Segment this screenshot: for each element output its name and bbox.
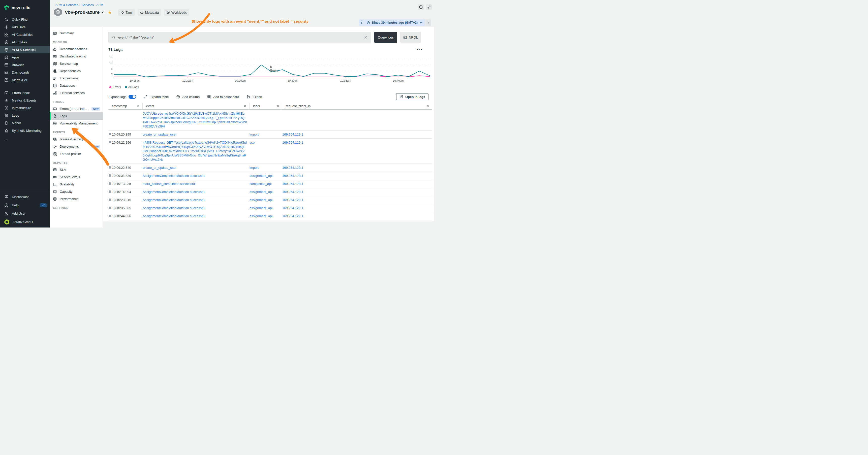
nav-item-transactions[interactable]: Transactions bbox=[50, 74, 102, 82]
sidebar-item-iterativ-gmbh[interactable]: Iterativ GmbH bbox=[0, 218, 50, 226]
cell-event-link[interactable]: create_or_update_user bbox=[143, 130, 249, 138]
permalink-button[interactable] bbox=[426, 4, 432, 10]
nav-item-sla[interactable]: SLA bbox=[50, 166, 102, 173]
sidebar-item-infrastructure[interactable]: Infrastructure bbox=[0, 104, 50, 111]
cell-request-client-ip-link[interactable]: 169.254.129.1 bbox=[282, 180, 432, 188]
sidebar-item-apm-services[interactable]: APM & Services bbox=[0, 46, 50, 54]
time-back-button[interactable] bbox=[359, 20, 364, 26]
sidebar-item-apps[interactable]: Apps bbox=[0, 54, 50, 61]
nav-item-databases[interactable]: Databases bbox=[50, 82, 102, 89]
cell-event-link[interactable]: AssignmentCompletionMutation successful bbox=[143, 204, 249, 212]
cell-request-client-ip-link[interactable]: 169.254.129.1 bbox=[282, 138, 432, 163]
table-row[interactable]: 10:09:31.439AssignmentCompletionMutation… bbox=[108, 172, 432, 180]
sidebar-item-add-user[interactable]: Add User bbox=[0, 209, 50, 218]
cell-request-client-ip-link[interactable]: 169.254.129.1 bbox=[282, 130, 432, 138]
cell-request-client-ip-link[interactable]: 169.254.129.1 bbox=[282, 172, 432, 180]
nav-item-dependencies[interactable]: Dependencies bbox=[50, 67, 102, 74]
cell-request-client-ip-link[interactable]: 169.254.129.1 bbox=[282, 204, 432, 212]
remove-column-icon[interactable] bbox=[244, 104, 247, 107]
nav-item-recommendations[interactable]: Recommendations bbox=[50, 45, 102, 53]
cell-event-link[interactable]: AssignmentCompletionMutation successful bbox=[143, 188, 249, 196]
add-to-dashboard-button[interactable]: Add to dashboard bbox=[207, 95, 239, 99]
add-column-button[interactable]: Add column bbox=[176, 95, 199, 99]
sidebar-item-dashboards[interactable]: Dashboards bbox=[0, 68, 50, 76]
remove-column-icon[interactable] bbox=[426, 104, 430, 107]
cell-label-link[interactable]: import bbox=[249, 164, 282, 171]
nav-item-logs[interactable]: Logs bbox=[50, 112, 102, 120]
nav-item-distributed-tracing[interactable]: Distributed tracing bbox=[50, 53, 102, 60]
col-header-label[interactable]: label bbox=[249, 102, 282, 109]
logs-chart[interactable]: 15 10 5 0 10:15am10:20am10:25am10:30am10… bbox=[108, 54, 432, 83]
col-header-request-client-ip[interactable]: request_client_ip bbox=[282, 102, 432, 109]
metadata-button[interactable]: Metadata bbox=[137, 9, 161, 15]
nav-item-performance[interactable]: Performance bbox=[50, 195, 102, 202]
cell-event-link[interactable]: create_or_update_user bbox=[143, 164, 249, 171]
new-relic-logo[interactable]: new relic bbox=[0, 0, 50, 12]
entity-name[interactable]: vbv-prod-azure bbox=[65, 9, 99, 15]
sidebar-item-alerts-ai[interactable]: Alerts & AI bbox=[0, 76, 50, 84]
help-button[interactable]: ? bbox=[418, 4, 424, 10]
table-row[interactable]: 10:10:23.815AssignmentCompletionMutation… bbox=[108, 196, 432, 204]
favorite-star-icon[interactable]: ★ bbox=[107, 10, 112, 15]
cell-label-link[interactable]: assignment_api bbox=[249, 196, 282, 204]
cell-label-link[interactable]: sso bbox=[249, 138, 282, 163]
open-in-logs-button[interactable]: Open in logs bbox=[396, 93, 429, 100]
cell-request-client-ip-link[interactable]: 169.254.129.1 bbox=[282, 196, 432, 204]
nav-item-thread-profiler[interactable]: Thread profiler bbox=[50, 150, 102, 158]
remove-column-icon[interactable] bbox=[136, 104, 140, 107]
sidebar-item-quick-find[interactable]: Quick Find bbox=[0, 15, 50, 23]
table-row[interactable]: 10:10:14.094AssignmentCompletionMutation… bbox=[108, 188, 432, 196]
nav-item-service-levels[interactable]: Service levels bbox=[50, 173, 102, 181]
cell-request-client-ip-link[interactable]: 169.254.129.1 bbox=[282, 212, 432, 220]
expand-logs-toggle[interactable]: Expand logs bbox=[108, 95, 136, 99]
logs-timeseries-svg[interactable]: 10:15am10:20am10:25am10:30am10:35am10:40… bbox=[114, 54, 431, 83]
nav-item-issues-activity[interactable]: Issues & activity bbox=[50, 135, 102, 143]
table-row[interactable]: 10:09:22.196<ASGIRequest: GET '/sso/call… bbox=[108, 138, 432, 164]
log-search-input[interactable]: event:* -"label":"security" bbox=[108, 32, 371, 43]
time-forward-button[interactable] bbox=[426, 20, 431, 26]
cell-event-link[interactable]: AssignmentCompletionMutation successful bbox=[143, 196, 249, 204]
table-row-partial[interactable]: JUQVU&code=eyJraWQiOiJjcGItY29yZV8wOTI1M… bbox=[108, 109, 432, 130]
workloads-button[interactable]: Workloads bbox=[164, 9, 189, 15]
entity-chevron-down-icon[interactable] bbox=[101, 11, 104, 14]
cell-event-link[interactable]: AssignmentCompletionMutation successful bbox=[143, 212, 249, 220]
sidebar-item-all-capabilities[interactable]: All Capabilities bbox=[0, 31, 50, 38]
more-options-icon[interactable]: ••• bbox=[417, 48, 423, 51]
sidebar-item-metrics-events[interactable]: Metrics & Events bbox=[0, 97, 50, 104]
remove-column-icon[interactable] bbox=[276, 104, 279, 107]
sidebar-item-browser[interactable]: Browser bbox=[0, 61, 50, 68]
nav-item-errors-errors-inb[interactable]: Errors (errors inb...New bbox=[50, 105, 102, 112]
sidebar-item-logs[interactable]: Logs bbox=[0, 111, 50, 119]
legend-item-all-logs[interactable]: All Logs bbox=[125, 86, 139, 89]
table-row[interactable]: 10:10:13.235mark_course_completion succe… bbox=[108, 180, 432, 188]
sidebar-item-mobile[interactable]: Mobile bbox=[0, 119, 50, 127]
col-header-event[interactable]: event bbox=[143, 102, 249, 109]
cell-label-link[interactable]: import bbox=[249, 130, 282, 138]
nav-item-deployments[interactable]: DeploymentsNew bbox=[50, 143, 102, 150]
nav-item-capacity[interactable]: Capacity bbox=[50, 188, 102, 195]
breadcrumb-apm-services[interactable]: APM & Services bbox=[56, 3, 78, 7]
export-button[interactable]: Export bbox=[247, 95, 262, 99]
nav-item-vulnerability-management[interactable]: Vulnerability Management bbox=[50, 120, 102, 127]
sidebar-item-discussions[interactable]: Discussions bbox=[0, 193, 50, 201]
clear-query-icon[interactable] bbox=[364, 35, 368, 39]
tags-button[interactable]: Tags bbox=[118, 9, 135, 15]
time-range-button[interactable]: Since 30 minutes ago (GMT+2) bbox=[365, 20, 425, 26]
col-header-timestamp[interactable]: timestamp bbox=[108, 102, 143, 109]
cell-label-link[interactable]: completion_api bbox=[249, 180, 282, 188]
cell-label-link[interactable]: assignment_api bbox=[249, 188, 282, 196]
table-row[interactable]: 10:10:35.305AssignmentCompletionMutation… bbox=[108, 204, 432, 212]
expand-table-button[interactable]: Expand table bbox=[144, 95, 169, 99]
cell-label-link[interactable]: assignment_api bbox=[249, 204, 282, 212]
nrql-button[interactable]: NRQL bbox=[400, 32, 421, 43]
cell-event-link[interactable]: mark_course_completion successful bbox=[143, 180, 249, 188]
sidebar-item-errors-inbox[interactable]: Errors Inbox bbox=[0, 89, 50, 97]
nav-item-summary[interactable]: Summary bbox=[50, 30, 102, 37]
cell-request-client-ip-link[interactable]: 169.254.129.1 bbox=[282, 164, 432, 171]
cell-event-link[interactable]: AssignmentCompletionMutation successful bbox=[143, 172, 249, 180]
legend-item-errors[interactable]: Errors bbox=[110, 86, 121, 89]
sidebar-more-button[interactable] bbox=[0, 136, 50, 143]
sidebar-item-help[interactable]: ?Help70 bbox=[0, 201, 50, 209]
table-row[interactable]: 10:09:22.540create_or_update_userimport1… bbox=[108, 164, 432, 172]
nav-item-service-map[interactable]: Service map bbox=[50, 60, 102, 67]
